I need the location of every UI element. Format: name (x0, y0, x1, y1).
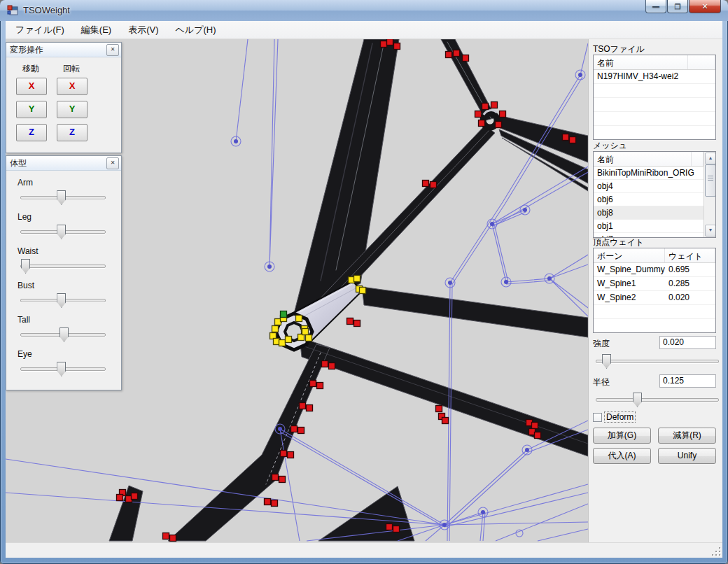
assign-button[interactable]: 代入(A) (593, 448, 651, 464)
panel-close-icon[interactable]: ✕ (106, 157, 119, 169)
unselected-red-vertex-marker[interactable] (436, 406, 442, 412)
add-button[interactable]: 加算(G) (593, 428, 651, 444)
resize-grip[interactable] (712, 547, 720, 556)
menu-view[interactable]: 表示(V) (121, 22, 165, 38)
unselected-red-vertex-marker[interactable] (291, 426, 298, 432)
scroll-down-icon[interactable]: ▼ (705, 225, 716, 237)
unselected-red-vertex-marker[interactable] (430, 182, 437, 188)
body-panel-titlebar[interactable]: 体型 ✕ (6, 156, 121, 171)
unselected-red-vertex-marker[interactable] (288, 452, 294, 458)
unselected-red-vertex-marker[interactable] (310, 381, 316, 387)
weight-row[interactable]: W_Spine20.020 (594, 291, 715, 305)
mesh-row[interactable]: obj4 (594, 180, 704, 193)
mesh-row[interactable]: obj1 (594, 220, 704, 233)
selected-yellow-vertex-marker[interactable] (306, 335, 312, 341)
unselected-red-vertex-marker[interactable] (454, 50, 460, 57)
rotate-x-button[interactable]: X (57, 78, 88, 95)
mesh-row-selected[interactable]: obj8 (594, 206, 704, 220)
rotate-y-button[interactable]: Y (57, 101, 88, 118)
leg-slider-thumb[interactable] (57, 225, 66, 239)
scrollbar-thumb[interactable] (705, 164, 716, 197)
move-z-button[interactable]: Z (16, 124, 47, 141)
selected-yellow-vertex-marker[interactable] (302, 329, 309, 335)
scroll-up-icon[interactable]: ▲ (705, 153, 716, 164)
unselected-red-vertex-marker[interactable] (570, 137, 576, 143)
unselected-red-vertex-marker[interactable] (482, 104, 489, 110)
unselected-red-vertex-marker[interactable] (307, 405, 313, 411)
unselected-red-vertex-marker[interactable] (265, 499, 271, 505)
minimize-button[interactable]: — (645, 0, 666, 13)
strength-slider[interactable] (596, 353, 719, 369)
unselected-red-vertex-marker[interactable] (347, 318, 354, 325)
deform-checkbox-label[interactable]: Deform (605, 412, 635, 422)
panel-close-icon[interactable]: ✕ (106, 44, 119, 56)
unselected-red-vertex-marker[interactable] (563, 134, 569, 141)
bust-slider-thumb[interactable] (57, 293, 66, 308)
maximize-button[interactable]: ❐ (667, 0, 688, 13)
eye-slider[interactable] (20, 361, 106, 376)
viewport[interactable]: 変形操作 ✕ 移動 回転 X X Y Y Z Z (6, 39, 588, 542)
deform-checkbox[interactable] (593, 413, 602, 422)
unify-button[interactable]: Unify (658, 448, 716, 464)
title-bar[interactable]: TSOWeight — ❐ ✕ (0, 0, 728, 21)
unselected-red-vertex-marker[interactable] (170, 535, 176, 542)
selected-yellow-vertex-marker[interactable] (360, 288, 366, 294)
unselected-red-vertex-marker[interactable] (163, 533, 169, 540)
selected-yellow-vertex-marker[interactable] (279, 340, 286, 346)
arm-slider[interactable] (20, 190, 106, 205)
transform-panel-titlebar[interactable]: 変形操作 ✕ (6, 43, 121, 57)
weight-row[interactable]: W_Spine_Dummy0.695 (594, 263, 715, 277)
tso-file-list[interactable]: 名前 N197HIMV_H34-wei2 (593, 55, 716, 140)
mesh-list[interactable]: 名前 BikiniTopMiniRibon_ORIG obj4 obj6 obj… (593, 151, 716, 238)
unselected-red-vertex-marker[interactable] (479, 120, 485, 127)
mesh-row[interactable]: obj6 (594, 193, 704, 206)
unselected-red-vertex-marker[interactable] (317, 383, 323, 389)
unselected-red-vertex-marker[interactable] (535, 432, 541, 439)
unselected-red-vertex-marker[interactable] (132, 493, 138, 500)
unselected-red-vertex-marker[interactable] (298, 428, 304, 434)
selected-yellow-vertex-marker[interactable] (354, 276, 360, 282)
bust-slider[interactable] (20, 292, 106, 308)
unselected-red-vertex-marker[interactable] (446, 52, 452, 58)
unselected-red-vertex-marker[interactable] (300, 403, 306, 409)
vertex-weight-list[interactable]: ボーンウェイト W_Spine_Dummy0.695 W_Spine10.285… (593, 248, 716, 333)
weight-row[interactable]: W_Spine10.285 (594, 277, 715, 291)
mesh-row[interactable]: BikiniTopMiniRibon_ORIG (594, 167, 704, 180)
pivot-green-vertex-marker[interactable] (281, 311, 287, 318)
radius-slider[interactable] (596, 392, 719, 407)
column-header-weight[interactable]: ウェイト (665, 248, 715, 262)
unselected-red-vertex-marker[interactable] (500, 111, 506, 118)
unselected-red-vertex-marker[interactable] (329, 363, 335, 369)
radius-input[interactable]: 0.125 (659, 374, 716, 388)
selected-yellow-vertex-marker[interactable] (296, 316, 302, 322)
unselected-red-vertex-marker[interactable] (117, 495, 123, 501)
strength-slider-thumb[interactable] (602, 354, 611, 369)
selected-yellow-vertex-marker[interactable] (286, 337, 292, 343)
unselected-red-vertex-marker[interactable] (393, 526, 400, 533)
unselected-red-vertex-marker[interactable] (387, 39, 393, 45)
column-header-name[interactable]: 名前 (594, 55, 688, 69)
waist-slider-thumb[interactable] (21, 259, 30, 274)
arm-slider-thumb[interactable] (57, 190, 66, 205)
unselected-red-vertex-marker[interactable] (496, 122, 502, 128)
unselected-red-vertex-marker[interactable] (475, 111, 482, 118)
menu-help[interactable]: ヘルプ(H) (169, 22, 223, 38)
unselected-red-vertex-marker[interactable] (491, 102, 498, 108)
column-header-bone[interactable]: ボーン (594, 248, 665, 262)
unselected-red-vertex-marker[interactable] (381, 41, 387, 48)
leg-slider[interactable] (20, 224, 106, 239)
unselected-red-vertex-marker[interactable] (322, 361, 328, 367)
tall-slider[interactable] (20, 327, 106, 342)
selected-yellow-vertex-marker[interactable] (272, 326, 279, 332)
waist-slider[interactable] (20, 258, 106, 274)
menu-edit[interactable]: 編集(E) (74, 22, 118, 38)
rotate-z-button[interactable]: Z (57, 124, 88, 141)
unselected-red-vertex-marker[interactable] (386, 524, 393, 530)
move-x-button[interactable]: X (16, 78, 47, 95)
radius-slider-thumb[interactable] (633, 393, 642, 407)
eye-slider-thumb[interactable] (57, 362, 66, 376)
unselected-red-vertex-marker[interactable] (272, 500, 278, 507)
unselected-red-vertex-marker[interactable] (423, 181, 429, 187)
unselected-red-vertex-marker[interactable] (463, 55, 469, 62)
subtract-button[interactable]: 減算(R) (658, 428, 716, 444)
